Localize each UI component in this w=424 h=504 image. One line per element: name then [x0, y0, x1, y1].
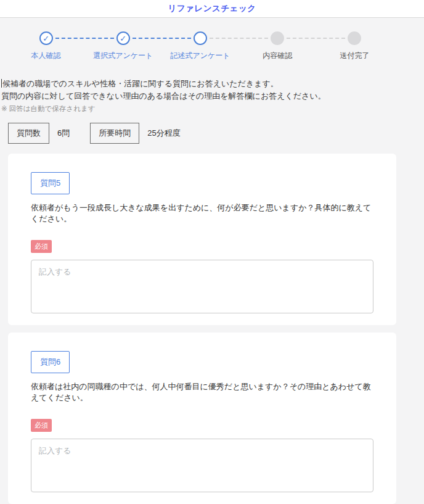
required-badge: 必須: [31, 240, 52, 253]
question-card-6: 質問6 依頼者は社内の同職種の中では、何人中何番目に優秀だと思いますか？その理由…: [8, 333, 396, 504]
text-cursor: [1, 79, 2, 88]
intro-text: 候補者の職場でのスキルや性格・活躍に関する質問にお答えいただきます。 質問の内容…: [1, 78, 419, 114]
stepper-step-label: 内容確認: [263, 51, 292, 61]
autosave-note: ※ 回答は自動で保存されます: [1, 104, 419, 114]
question-count-label: 質問数: [8, 123, 49, 144]
answer-textarea-q5[interactable]: [31, 260, 373, 313]
stepper-step-choice-survey: ✓ 選択式アンケート: [84, 31, 161, 61]
stepper-step-complete: 送付完了: [316, 31, 393, 61]
stepper-step-label: 選択式アンケート: [93, 51, 153, 61]
question-text: 依頼者がもう一段成長し大きな成果を出すために、何が必要だと思いますか？具体的に教…: [31, 202, 373, 225]
pending-circle-icon: [271, 31, 284, 45]
stepper-step-identity: ✓ 本人確認: [7, 31, 84, 61]
stepper-step-written-survey: 記述式アンケート: [161, 31, 238, 61]
question-number-badge: 質問6: [31, 351, 70, 373]
question-card-5: 質問5 依頼者がもう一段成長し大きな成果を出すために、何が必要だと思いますか？具…: [8, 154, 396, 325]
stepper-step-label: 本人確認: [31, 51, 61, 61]
question-text: 依頼者は社内の同職種の中では、何人中何番目に優秀だと思いますか？その理由とあわせ…: [31, 381, 373, 403]
stepper-step-label: 記述式アンケート: [170, 51, 230, 61]
pending-circle-icon: [348, 31, 361, 45]
stepper-step-confirm: 内容確認: [239, 31, 316, 61]
page-title: リファレンスチェック: [168, 3, 256, 14]
stepper-step-label: 送付完了: [340, 51, 369, 61]
check-circle-icon: ✓: [39, 31, 53, 45]
check-circle-icon: ✓: [116, 31, 130, 45]
intro-line-2: 質問の内容に対して回答できない理由のある場合はその理由を解答欄にお答えください。: [1, 90, 419, 102]
duration-value: 25分程度: [147, 128, 180, 139]
answer-textarea-q6[interactable]: [31, 439, 373, 492]
duration-label: 所要時間: [90, 123, 139, 144]
required-badge: 必須: [31, 419, 52, 432]
survey-meta: 質問数 6問 所要時間 25分程度: [8, 123, 424, 144]
active-circle-icon: [194, 31, 207, 45]
intro-line-1: 候補者の職場でのスキルや性格・活躍に関する質問にお答えいただきます。: [1, 78, 419, 90]
title-bar: リファレンスチェック: [0, 0, 424, 18]
progress-stepper: ✓ 本人確認 ✓ 選択式アンケート 記述式アンケート 内容確認 送付完了: [0, 18, 424, 61]
question-number-badge: 質問5: [31, 172, 70, 194]
question-count-value: 6問: [57, 128, 70, 139]
